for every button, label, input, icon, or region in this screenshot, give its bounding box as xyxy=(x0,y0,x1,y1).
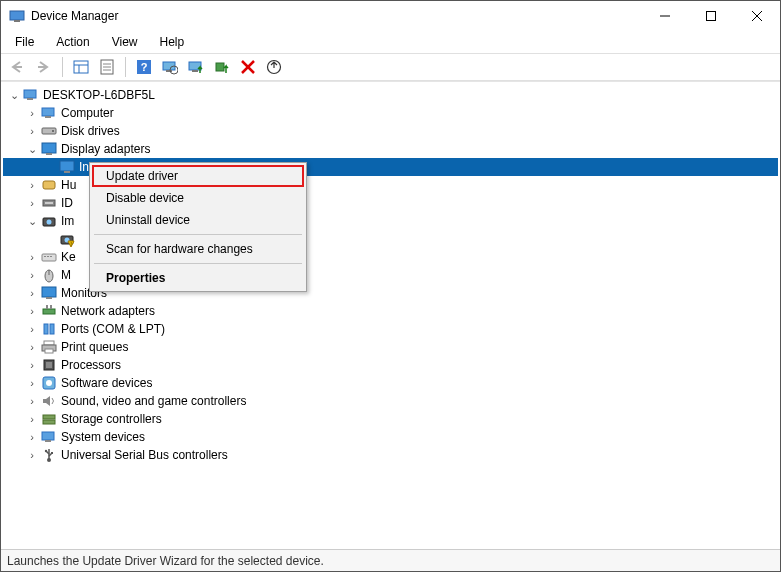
expand-icon[interactable]: › xyxy=(25,428,39,446)
svg-rect-46 xyxy=(47,256,49,257)
svg-rect-47 xyxy=(50,256,52,257)
svg-rect-1 xyxy=(14,20,20,22)
expand-icon[interactable]: › xyxy=(25,320,39,338)
node-label: Computer xyxy=(61,104,114,122)
sound-icon xyxy=(41,393,57,409)
expand-icon[interactable]: › xyxy=(25,122,39,140)
context-menu-uninstall-device[interactable]: Uninstall device xyxy=(92,209,304,231)
cpu-icon xyxy=(41,357,57,373)
expand-icon[interactable]: › xyxy=(25,284,39,302)
tree-node[interactable]: › Disk drives xyxy=(3,122,778,140)
tree-node[interactable]: › System devices xyxy=(3,428,778,446)
svg-rect-66 xyxy=(42,432,54,440)
svg-rect-57 xyxy=(44,341,54,345)
node-label: Ke xyxy=(61,248,76,266)
tree-node[interactable]: › Storage controllers xyxy=(3,410,778,428)
svg-rect-71 xyxy=(51,452,53,454)
svg-rect-3 xyxy=(707,12,716,21)
enable-device-button[interactable] xyxy=(211,56,233,78)
menu-file[interactable]: File xyxy=(9,33,40,51)
properties-button[interactable] xyxy=(96,56,118,78)
collapse-icon[interactable]: ⌄ xyxy=(7,86,21,104)
tree-node[interactable]: › Computer xyxy=(3,104,778,122)
uninstall-device-button[interactable] xyxy=(237,56,259,78)
tree-root-label: DESKTOP-L6DBF5L xyxy=(43,86,155,104)
back-button[interactable] xyxy=(7,56,29,78)
expand-icon[interactable]: › xyxy=(25,338,39,356)
menubar: File Action View Help xyxy=(1,31,780,53)
svg-rect-38 xyxy=(45,202,53,204)
menu-action[interactable]: Action xyxy=(50,33,95,51)
svg-point-31 xyxy=(52,130,54,132)
expand-icon[interactable]: › xyxy=(25,410,39,428)
collapse-icon[interactable]: ⌄ xyxy=(25,140,39,158)
expand-icon[interactable]: › xyxy=(25,446,39,464)
close-button[interactable] xyxy=(734,1,780,31)
svg-rect-35 xyxy=(64,171,70,173)
help-button[interactable]: ? xyxy=(133,56,155,78)
keyboard-icon xyxy=(41,249,57,265)
svg-rect-56 xyxy=(50,324,54,334)
svg-rect-32 xyxy=(42,143,56,153)
tree-node[interactable]: › Processors xyxy=(3,356,778,374)
disable-device-button[interactable] xyxy=(263,56,285,78)
tree-node[interactable]: › Network adapters xyxy=(3,302,778,320)
expand-icon[interactable]: › xyxy=(25,176,39,194)
forward-button[interactable] xyxy=(33,56,55,78)
tree-node-display-adapters[interactable]: ⌄ Display adapters xyxy=(3,140,778,158)
expand-icon[interactable]: › xyxy=(25,302,39,320)
tree-node[interactable]: › Software devices xyxy=(3,374,778,392)
svg-rect-6 xyxy=(13,66,22,68)
expand-icon[interactable]: › xyxy=(25,248,39,266)
computer-icon xyxy=(41,105,57,121)
menu-item-label: Uninstall device xyxy=(106,213,190,227)
expand-icon[interactable]: › xyxy=(25,374,39,392)
svg-rect-65 xyxy=(43,420,55,424)
svg-rect-34 xyxy=(60,161,74,171)
context-menu-disable-device[interactable]: Disable device xyxy=(92,187,304,209)
expand-icon[interactable]: › xyxy=(25,266,39,284)
svg-rect-64 xyxy=(43,415,55,419)
tree-node[interactable]: › Sound, video and game controllers xyxy=(3,392,778,410)
expand-icon[interactable]: › xyxy=(25,356,39,374)
network-icon xyxy=(41,303,57,319)
context-menu-properties[interactable]: Properties xyxy=(92,267,304,289)
tree-node[interactable]: › Universal Serial Bus controllers xyxy=(3,446,778,464)
menu-view[interactable]: View xyxy=(106,33,144,51)
node-label: Print queues xyxy=(61,338,128,356)
svg-point-40 xyxy=(47,220,52,225)
toolbar: ? xyxy=(1,53,780,81)
menu-item-label: Update driver xyxy=(106,169,178,183)
tree-node[interactable]: › Print queues xyxy=(3,338,778,356)
node-label: System devices xyxy=(61,428,145,446)
expand-icon[interactable]: › xyxy=(25,104,39,122)
collapse-icon[interactable]: ⌄ xyxy=(25,212,39,230)
expand-icon[interactable]: › xyxy=(25,392,39,410)
show-hide-button[interactable] xyxy=(70,56,92,78)
svg-point-70 xyxy=(45,450,47,452)
svg-rect-45 xyxy=(44,256,46,257)
maximize-button[interactable] xyxy=(688,1,734,31)
node-label: Ports (COM & LPT) xyxy=(61,320,165,338)
tree-node[interactable]: › Ports (COM & LPT) xyxy=(3,320,778,338)
svg-rect-59 xyxy=(45,349,53,353)
context-menu-scan-hardware[interactable]: Scan for hardware changes xyxy=(92,238,304,260)
tree-root[interactable]: ⌄ DESKTOP-L6DBF5L xyxy=(3,86,778,104)
update-driver-button[interactable] xyxy=(185,56,207,78)
expand-icon[interactable]: › xyxy=(25,194,39,212)
context-menu-update-driver[interactable]: Update driver xyxy=(92,165,304,187)
statusbar-text: Launches the Update Driver Wizard for th… xyxy=(7,554,324,568)
app-icon xyxy=(9,8,25,24)
node-label: M xyxy=(61,266,71,284)
svg-rect-26 xyxy=(24,90,36,98)
menu-help[interactable]: Help xyxy=(154,33,191,51)
storage-icon xyxy=(41,411,57,427)
device-manager-window: Device Manager File Action View Help ? ⌄ xyxy=(0,0,781,572)
imaging-warn-icon: ! xyxy=(59,231,75,247)
menu-item-label: Scan for hardware changes xyxy=(106,242,253,256)
svg-point-63 xyxy=(46,380,52,386)
minimize-button[interactable] xyxy=(642,1,688,31)
scan-hardware-button[interactable] xyxy=(159,56,181,78)
device-tree[interactable]: ⌄ DESKTOP-L6DBF5L › Computer › Disk driv… xyxy=(1,81,780,549)
ports-icon xyxy=(41,321,57,337)
